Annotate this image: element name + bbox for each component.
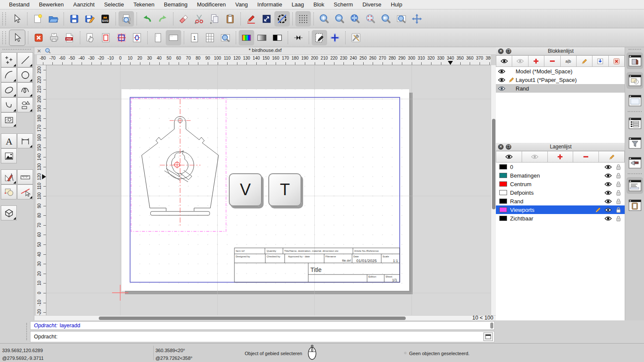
print-preview-button[interactable] — [118, 11, 134, 27]
block-visibility-toggle[interactable] — [496, 86, 507, 91]
layer-color-swatch[interactable] — [499, 190, 507, 195]
rename-block-button[interactable]: a|b — [561, 55, 577, 67]
command-history-panel-toggle[interactable] — [626, 177, 643, 194]
layer-row[interactable]: Bematingen — [496, 171, 625, 180]
select-tool-button[interactable] — [9, 11, 24, 27]
preferences-button[interactable] — [348, 30, 364, 45]
measure-tool-button[interactable] — [17, 169, 33, 184]
text-tool-button[interactable]: A — [1, 133, 17, 148]
copy-button[interactable] — [207, 11, 222, 27]
save-button[interactable] — [67, 11, 82, 27]
canvas-vertical-scrollbar[interactable] — [491, 65, 496, 315]
command-input[interactable] — [60, 333, 483, 340]
crosshair-button[interactable] — [327, 30, 343, 45]
grid-toggle-button[interactable] — [295, 11, 311, 27]
single-page-button[interactable]: 1 — [187, 30, 202, 45]
draft-mode-button[interactable] — [274, 11, 290, 27]
menu-blok[interactable]: Blok — [309, 1, 329, 8]
menu-bemating[interactable]: Bemating — [159, 1, 192, 8]
block-row[interactable]: Model (*Model_Space) — [496, 67, 625, 75]
hide-all-layers-button[interactable] — [522, 151, 548, 163]
portrait-button[interactable] — [150, 30, 166, 45]
modify-trim-button[interactable] — [17, 184, 33, 199]
float-panel-icon[interactable]: ❐ — [506, 144, 511, 150]
command-dock-handle[interactable] — [26, 323, 27, 340]
layer-row[interactable]: Centrum — [496, 180, 625, 188]
layer-lock-toggle[interactable] — [614, 215, 623, 222]
layer-lock-toggle[interactable] — [614, 207, 623, 213]
remove-block-button[interactable] — [544, 55, 560, 67]
menu-bewerken[interactable]: Bewerken — [34, 1, 69, 8]
edit-block-button[interactable] — [577, 55, 592, 67]
circle-tool-button[interactable] — [17, 67, 33, 82]
cut-button[interactable] — [191, 11, 207, 27]
layer-visibility-toggle[interactable] — [602, 181, 614, 187]
svg-export-button[interactable]: SVG — [97, 11, 113, 27]
layer-color-swatch[interactable] — [499, 207, 507, 212]
pdf-export-button[interactable]: PDF — [62, 30, 77, 45]
previous-view-button[interactable] — [378, 11, 394, 27]
layer-visibility-toggle[interactable] — [602, 190, 614, 196]
block-list-panel-toggle[interactable] — [626, 72, 643, 89]
paper-borders-button[interactable] — [98, 30, 114, 45]
viewport-frame-button[interactable] — [114, 30, 129, 45]
hide-all-blocks-button[interactable] — [512, 55, 528, 67]
new-document-button[interactable] — [30, 11, 46, 27]
ellipse-tool-button[interactable] — [1, 82, 17, 97]
menu-bestand[interactable]: Bestand — [4, 1, 34, 8]
polyline-tool-button[interactable] — [1, 97, 17, 112]
landscape-button[interactable] — [166, 30, 181, 45]
modify-shapes-button[interactable] — [1, 184, 17, 199]
zoom-to-page-button[interactable] — [218, 30, 233, 45]
layer-lock-toggle[interactable] — [614, 172, 623, 179]
menu-hulp[interactable]: Hulp — [386, 1, 407, 8]
full-color-button[interactable] — [239, 30, 254, 45]
fit-drawing-button[interactable] — [129, 30, 145, 45]
horizontal-scroll-thumb[interactable] — [99, 317, 406, 320]
menu-aanzicht[interactable]: Aanzicht — [69, 1, 100, 8]
menu-laag[interactable]: Laag — [287, 1, 309, 8]
layer-lock-toggle[interactable] — [614, 190, 623, 196]
remove-layer-button[interactable] — [573, 151, 599, 163]
purge-block-button[interactable] — [609, 55, 625, 67]
show-all-layers-button[interactable] — [496, 151, 522, 163]
float-panel-icon[interactable]: ❐ — [506, 48, 511, 54]
shapes-tool-button[interactable] — [17, 97, 33, 112]
menu-modificeren[interactable]: Modificeren — [192, 1, 231, 8]
property-editor-panel-toggle[interactable] — [626, 52, 643, 69]
sheet-settings-button[interactable] — [312, 30, 327, 45]
dock-drag-handle[interactable] — [629, 49, 641, 50]
layer-row[interactable]: Defpoints — [496, 188, 625, 197]
close-panel-icon[interactable]: ✕ — [498, 48, 504, 54]
close-panel-icon[interactable]: ✕ — [498, 144, 504, 150]
save-as-button[interactable] — [82, 11, 97, 27]
points-tool-button[interactable] — [1, 52, 17, 67]
layer-visibility-toggle[interactable] — [602, 199, 614, 204]
vertical-scroll-thumb[interactable] — [492, 119, 495, 209]
command-window-toggle-button[interactable] — [483, 332, 493, 341]
line-tool-button[interactable] — [17, 52, 33, 67]
layer-visibility-toggle[interactable] — [602, 207, 614, 213]
layer-row[interactable]: Rand — [496, 197, 625, 205]
close-print-preview-button[interactable] — [31, 30, 46, 45]
move-paper-button[interactable] — [83, 30, 98, 45]
palette-drag-handle[interactable] — [3, 49, 31, 50]
image-tool-button[interactable] — [1, 148, 17, 163]
toolbar-drag-handle[interactable] — [2, 31, 6, 44]
menu-informatie[interactable]: Informatie — [252, 1, 287, 8]
library-browser-panel-toggle[interactable] — [626, 92, 643, 109]
layer-row[interactable]: Viewports — [496, 205, 625, 214]
clipboard-panel-toggle[interactable] — [626, 197, 643, 214]
history-scrollbar[interactable] — [490, 323, 493, 329]
arc-tool-button[interactable] — [1, 67, 17, 82]
pointer-mode-button[interactable] — [9, 30, 25, 46]
pan-button[interactable] — [409, 11, 425, 27]
zoom-out-button[interactable] — [332, 11, 347, 27]
redo-button[interactable] — [155, 11, 170, 27]
menu-vang[interactable]: Vang — [231, 1, 252, 8]
dimension-tool-button[interactable] — [17, 133, 33, 148]
layer-lock-toggle[interactable] — [614, 198, 623, 205]
layer-color-swatch[interactable] — [499, 173, 507, 178]
zoom-selection-button[interactable] — [363, 11, 378, 27]
print-button[interactable] — [46, 30, 62, 45]
